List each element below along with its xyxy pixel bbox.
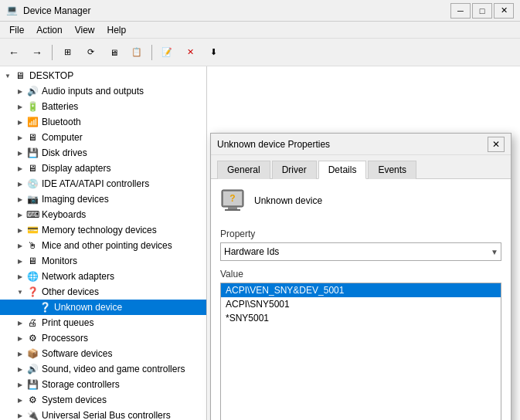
tree-item-monitors[interactable]: ▶🖥Monitors [0, 253, 206, 269]
value-list-item-0[interactable]: ACPI\VEN_SNY&DEV_5001 [221, 283, 501, 297]
toolbar-forward[interactable]: → [26, 42, 48, 63]
toolbar-driver[interactable]: 🖥 [103, 42, 124, 63]
tree-icon-imaging: 📷 [26, 193, 39, 205]
tree-icon-memtech: 💳 [26, 224, 39, 236]
menu-action[interactable]: Action [30, 23, 68, 37]
tree-arrow-mice: ▶ [15, 241, 25, 250]
tree-icon-soundvideo: 🔊 [26, 363, 39, 375]
close-button[interactable]: ✕ [494, 3, 514, 19]
app-title: Device Manager [23, 5, 450, 16]
toolbar-help2[interactable]: 📋 [126, 42, 148, 63]
toolbar-scan[interactable]: ⟳ [80, 42, 101, 63]
tree-label-unknowndevice: Unknown device [54, 302, 122, 313]
dialog-body: ? Unknown device Property Hardware Ids D… [211, 179, 511, 420]
tree-icon-keyboards: ⌨ [26, 208, 39, 221]
tree-item-processors[interactable]: ▶⚙Processors [0, 330, 206, 346]
tree-icon-computer: 🖥 [26, 131, 39, 144]
tree-icon-storagecontrollers: 💾 [26, 378, 39, 391]
tree-item-otherdevices[interactable]: ▼❓Other devices [0, 284, 206, 300]
menu-view[interactable]: View [69, 23, 101, 37]
tree-item-computer[interactable]: ▶🖥Computer [0, 130, 206, 145]
tree-icon-systemdevices: ⚙ [26, 394, 39, 406]
tree-label-bluetooth: Bluetooth [42, 117, 81, 127]
tree-item-audio[interactable]: ▶🔊Audio inputs and outputs [0, 83, 206, 99]
value-list-item-2[interactable]: *SNY5001 [221, 311, 501, 325]
tree-icon-batteries: 🔋 [26, 100, 39, 113]
tree-arrow-softwaredevices: ▶ [15, 349, 25, 358]
value-list-item-1[interactable]: ACPI\SNY5001 [221, 297, 501, 311]
tree-item-usb[interactable]: ▶🔌Universal Serial Bus controllers [0, 408, 206, 420]
tab-general[interactable]: General [217, 161, 270, 179]
tree-arrow-keyboards: ▶ [15, 210, 25, 219]
root-label: DESKTOP [29, 70, 73, 81]
tree-label-monitors: Monitors [42, 256, 77, 266]
tree-label-batteries: Batteries [42, 101, 78, 112]
dialog-title-bar: Unknown device Properties ✕ [211, 134, 511, 155]
tree-item-softwaredevices[interactable]: ▶📦Software devices [0, 346, 206, 361]
tree-icon-otherdevices: ❓ [26, 286, 39, 298]
toolbar-back[interactable]: ← [3, 42, 25, 63]
menu-help[interactable]: Help [101, 23, 133, 37]
tree-label-storagecontrollers: Storage controllers [42, 379, 120, 390]
tree-item-systemdevices[interactable]: ▶⚙System devices [0, 392, 206, 408]
tree-arrow-printqueues: ▶ [15, 318, 25, 327]
tree-icon-audio: 🔊 [26, 85, 39, 97]
tree-label-systemdevices: System devices [42, 395, 107, 405]
tree-label-softwaredevices: Software devices [42, 348, 112, 359]
dialog-close-button[interactable]: ✕ [488, 137, 505, 152]
menu-bar: File Action View Help [0, 22, 520, 39]
tree-icon-unknowndevice: ❓ [39, 301, 51, 313]
tree-item-soundvideo[interactable]: ▶🔊Sound, video and game controllers [0, 361, 206, 377]
device-header: ? Unknown device [220, 188, 501, 219]
tree-item-imaging[interactable]: ▶📷Imaging devices [0, 191, 206, 207]
tree-arrow-displayadapters: ▶ [15, 164, 25, 173]
tree-item-bluetooth[interactable]: ▶📶Bluetooth [0, 114, 206, 130]
tab-events[interactable]: Events [368, 161, 416, 179]
tree-item-diskdrives[interactable]: ▶💾Disk drives [0, 145, 206, 161]
tree-label-printqueues: Print queues [42, 317, 93, 328]
tree-icon-monitors: 🖥 [26, 255, 39, 267]
tab-details[interactable]: Details [318, 161, 367, 179]
tree-item-unknowndevice[interactable]: ❓Unknown device [0, 300, 206, 315]
properties-dialog: Unknown device Properties ✕ General Driv… [210, 133, 512, 420]
value-label: Value [220, 269, 501, 279]
tree-item-storagecontrollers[interactable]: ▶💾Storage controllers [0, 377, 206, 392]
value-list[interactable]: ACPI\VEN_SNY&DEV_5001ACPI\SNY5001*SNY500… [220, 283, 501, 420]
toolbar-download[interactable]: ⬇ [202, 42, 224, 63]
tree-arrow-systemdevices: ▶ [15, 395, 25, 405]
property-label: Property [220, 229, 501, 239]
tab-driver[interactable]: Driver [272, 161, 317, 179]
tree-label-keyboards: Keyboards [42, 209, 86, 220]
property-dropdown[interactable]: Hardware Ids Device description Class Dr… [220, 242, 501, 261]
device-tree: ▼ 🖥 DESKTOP ▶🔊Audio inputs and outputs▶🔋… [0, 66, 207, 420]
maximize-button[interactable]: □ [472, 3, 492, 19]
tree-item-printqueues[interactable]: ▶🖨Print queues [0, 315, 206, 330]
menu-file[interactable]: File [3, 23, 30, 37]
minimize-button[interactable]: ─ [450, 3, 471, 19]
tree-label-imaging: Imaging devices [42, 194, 109, 205]
tree-arrow-storagecontrollers: ▶ [15, 380, 25, 389]
tree-item-memtech[interactable]: ▶💳Memory technology devices [0, 222, 206, 238]
main-area: ▼ 🖥 DESKTOP ▶🔊Audio inputs and outputs▶🔋… [0, 66, 520, 420]
tree-arrow-batteries: ▶ [15, 102, 25, 111]
tree-label-idecontrollers: IDE ATA/ATAPI controllers [42, 178, 149, 189]
tree-item-batteries[interactable]: ▶🔋Batteries [0, 99, 206, 114]
tree-arrow-computer: ▶ [15, 133, 25, 142]
svg-text:?: ? [229, 193, 235, 204]
device-icon: ? [220, 188, 245, 213]
tree-item-displayadapters[interactable]: ▶🖥Display adapters [0, 161, 206, 176]
toolbar-delete[interactable]: ✕ [179, 42, 201, 63]
tree-icon-usb: 🔌 [26, 409, 39, 420]
tree-arrow-otherdevices: ▼ [15, 287, 25, 296]
tree-item-mice[interactable]: ▶🖱Mice and other pointing devices [0, 238, 206, 253]
tree-icon-displayadapters: 🖥 [26, 162, 39, 174]
toolbar-edit[interactable]: 📝 [156, 42, 178, 63]
app-icon: 💻 [6, 5, 19, 17]
tree-root[interactable]: ▼ 🖥 DESKTOP [0, 68, 206, 83]
toolbar-properties[interactable]: ⊞ [56, 42, 78, 63]
tree-item-networkadapters[interactable]: ▶🌐Network adapters [0, 269, 206, 284]
tree-arrow-idecontrollers: ▶ [15, 179, 25, 188]
tree-item-idecontrollers[interactable]: ▶💿IDE ATA/ATAPI controllers [0, 176, 206, 191]
tree-item-keyboards[interactable]: ▶⌨Keyboards [0, 207, 206, 222]
tree-icon-diskdrives: 💾 [26, 147, 39, 159]
